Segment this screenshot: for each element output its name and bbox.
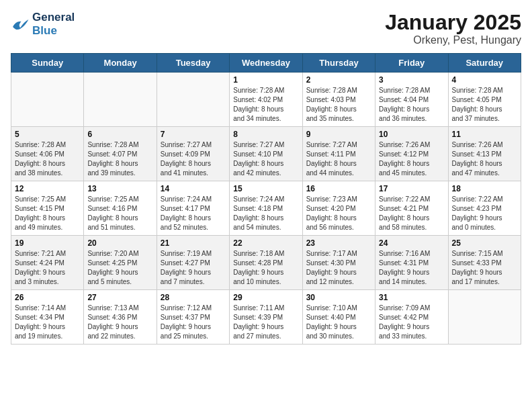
day-info: Sunrise: 7:17 AMSunset: 4:30 PMDaylight:… [306, 249, 371, 287]
weekday-header-thursday: Thursday [302, 54, 375, 73]
calendar-cell: 18Sunrise: 7:22 AMSunset: 4:23 PMDayligh… [448, 181, 521, 236]
day-info-line: and 7 minutes. [161, 277, 226, 287]
day-info: Sunrise: 7:27 AMSunset: 4:11 PMDaylight:… [306, 140, 371, 178]
calendar-cell: 2Sunrise: 7:28 AMSunset: 4:03 PMDaylight… [302, 73, 375, 127]
day-number: 25 [452, 238, 517, 248]
day-info-line: Sunrise: 7:12 AM [161, 304, 226, 313]
day-info-line: Sunrise: 7:17 AM [306, 249, 371, 259]
day-info-line: Daylight: 8 hours [233, 105, 298, 114]
day-number: 7 [161, 130, 226, 139]
day-info: Sunrise: 7:28 AMSunset: 4:06 PMDaylight:… [15, 140, 80, 178]
day-info: Sunrise: 7:28 AMSunset: 4:04 PMDaylight:… [379, 86, 444, 124]
day-number: 3 [379, 75, 444, 85]
calendar-cell: 15Sunrise: 7:24 AMSunset: 4:18 PMDayligh… [230, 181, 302, 236]
day-info-line: Sunset: 4:10 PM [233, 150, 298, 159]
day-number: 16 [306, 184, 371, 193]
calendar-cell: 25Sunrise: 7:15 AMSunset: 4:33 PMDayligh… [448, 236, 521, 290]
day-number: 14 [161, 184, 226, 193]
weekday-header-wednesday: Wednesday [230, 54, 302, 73]
day-info-line: Sunset: 4:04 PM [379, 95, 444, 105]
day-info-line: Sunset: 4:24 PM [15, 259, 80, 268]
day-info-line: Sunrise: 7:22 AM [379, 195, 444, 204]
calendar-cell [448, 290, 521, 345]
day-info-line: Daylight: 9 hours [87, 268, 152, 277]
day-info-line: Daylight: 8 hours [87, 214, 152, 223]
day-info-line: Daylight: 8 hours [15, 159, 80, 169]
day-info-line: Daylight: 9 hours [452, 214, 517, 223]
day-info-line: Sunset: 4:40 PM [306, 313, 371, 322]
day-number: 11 [452, 130, 517, 139]
day-info-line: Sunrise: 7:22 AM [452, 195, 517, 204]
day-info-line: and 3 minutes. [15, 277, 80, 287]
day-info-line: Daylight: 8 hours [306, 214, 371, 223]
day-info-line: Daylight: 8 hours [452, 105, 517, 114]
day-info-line: Daylight: 9 hours [161, 322, 226, 332]
calendar-cell: 4Sunrise: 7:28 AMSunset: 4:05 PMDaylight… [448, 73, 521, 127]
header: General Blue January 2025 Orkeny, Pest, … [11, 11, 521, 46]
logo: General Blue [11, 11, 75, 37]
day-info: Sunrise: 7:22 AMSunset: 4:23 PMDaylight:… [452, 195, 517, 232]
day-info-line: Daylight: 9 hours [306, 268, 371, 277]
calendar-cell: 30Sunrise: 7:10 AMSunset: 4:40 PMDayligh… [302, 290, 375, 345]
day-info: Sunrise: 7:19 AMSunset: 4:27 PMDaylight:… [161, 249, 226, 287]
day-info-line: Daylight: 8 hours [161, 214, 226, 223]
calendar-cell: 20Sunrise: 7:20 AMSunset: 4:25 PMDayligh… [84, 236, 157, 290]
day-info-line: and 44 minutes. [306, 169, 371, 178]
calendar-cell [11, 73, 84, 127]
day-info-line: and 42 minutes. [233, 169, 298, 178]
calendar-cell: 14Sunrise: 7:24 AMSunset: 4:17 PMDayligh… [157, 181, 229, 236]
calendar-cell: 12Sunrise: 7:25 AMSunset: 4:15 PMDayligh… [11, 181, 84, 236]
week-row-4: 19Sunrise: 7:21 AMSunset: 4:24 PMDayligh… [11, 236, 521, 290]
day-info-line: Sunrise: 7:28 AM [379, 86, 444, 95]
day-info-line: and 37 minutes. [452, 114, 517, 124]
calendar-subtitle: Orkeny, Pest, Hungary [385, 34, 521, 46]
day-info-line: Daylight: 9 hours [379, 322, 444, 332]
day-info-line: Sunrise: 7:10 AM [306, 304, 371, 313]
day-info-line: Sunset: 4:23 PM [452, 204, 517, 214]
day-info: Sunrise: 7:21 AMSunset: 4:24 PMDaylight:… [15, 249, 80, 287]
week-row-3: 12Sunrise: 7:25 AMSunset: 4:15 PMDayligh… [11, 181, 521, 236]
day-info: Sunrise: 7:23 AMSunset: 4:20 PMDaylight:… [306, 195, 371, 232]
day-info-line: Sunset: 4:05 PM [452, 95, 517, 105]
day-info-line: Sunrise: 7:26 AM [379, 140, 444, 150]
day-info-line: Daylight: 8 hours [233, 159, 298, 169]
day-info: Sunrise: 7:28 AMSunset: 4:03 PMDaylight:… [306, 86, 371, 124]
day-info-line: Daylight: 9 hours [15, 322, 80, 332]
day-info-line: and 51 minutes. [87, 223, 152, 232]
calendar-cell: 7Sunrise: 7:27 AMSunset: 4:09 PMDaylight… [157, 127, 229, 181]
day-info: Sunrise: 7:15 AMSunset: 4:33 PMDaylight:… [452, 249, 517, 287]
weekday-header-monday: Monday [84, 54, 157, 73]
day-info-line: Sunset: 4:42 PM [379, 313, 444, 322]
day-info: Sunrise: 7:11 AMSunset: 4:39 PMDaylight:… [233, 304, 298, 341]
day-info-line: Sunrise: 7:20 AM [87, 249, 152, 259]
day-info-line: Sunset: 4:36 PM [87, 313, 152, 322]
weekday-header-friday: Friday [375, 54, 448, 73]
day-info-line: Sunrise: 7:14 AM [15, 304, 80, 313]
logo-text: General Blue [32, 11, 75, 37]
day-info-line: Sunset: 4:25 PM [87, 259, 152, 268]
day-info-line: Sunset: 4:12 PM [379, 150, 444, 159]
day-number: 27 [87, 293, 152, 302]
day-info-line: Sunrise: 7:11 AM [233, 304, 298, 313]
day-info-line: and 5 minutes. [87, 277, 152, 287]
day-info-line: Daylight: 9 hours [379, 268, 444, 277]
day-number: 13 [87, 184, 152, 193]
day-number: 1 [233, 75, 298, 85]
day-info-line: Sunrise: 7:18 AM [233, 249, 298, 259]
day-number: 6 [87, 130, 152, 139]
day-info-line: Daylight: 9 hours [233, 268, 298, 277]
day-info-line: and 52 minutes. [161, 223, 226, 232]
day-info: Sunrise: 7:28 AMSunset: 4:02 PMDaylight:… [233, 86, 298, 124]
calendar-cell: 11Sunrise: 7:26 AMSunset: 4:13 PMDayligh… [448, 127, 521, 181]
weekday-header-sunday: Sunday [11, 54, 84, 73]
day-info-line: Sunset: 4:15 PM [15, 204, 80, 214]
day-info-line: Sunset: 4:31 PM [379, 259, 444, 268]
calendar-cell: 26Sunrise: 7:14 AMSunset: 4:34 PMDayligh… [11, 290, 84, 345]
day-number: 15 [233, 184, 298, 193]
calendar-cell: 13Sunrise: 7:25 AMSunset: 4:16 PMDayligh… [84, 181, 157, 236]
day-info-line: Daylight: 9 hours [306, 322, 371, 332]
day-number: 26 [15, 293, 80, 302]
day-info-line: Sunset: 4:20 PM [306, 204, 371, 214]
day-info: Sunrise: 7:24 AMSunset: 4:17 PMDaylight:… [161, 195, 226, 232]
calendar-cell: 1Sunrise: 7:28 AMSunset: 4:02 PMDaylight… [230, 73, 302, 127]
